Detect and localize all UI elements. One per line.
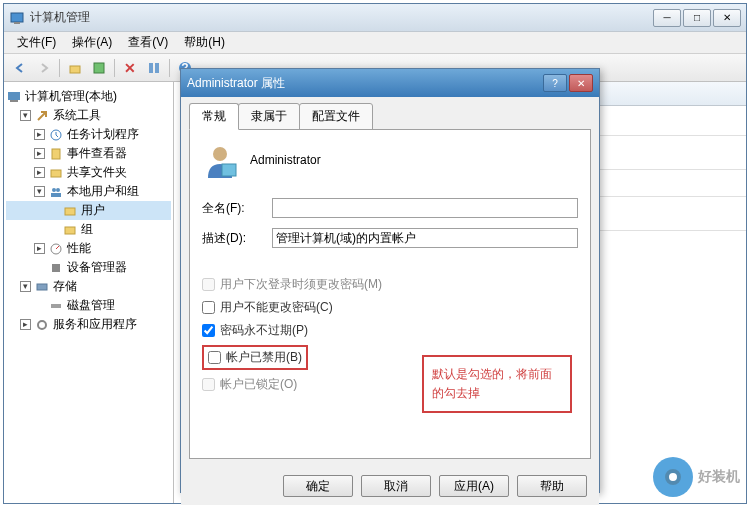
cb-change-next-logon	[202, 278, 215, 291]
annotation-box: 默认是勾选的，将前面的勾去掉	[422, 355, 572, 413]
properties-button[interactable]	[88, 57, 110, 79]
cancel-button[interactable]: 取消	[361, 475, 431, 497]
tab-profile[interactable]: 配置文件	[299, 103, 373, 130]
description-label: 描述(D):	[202, 230, 272, 247]
checkbox-cannot-change[interactable]: 用户不能更改密码(C)	[202, 299, 578, 316]
username-label: Administrator	[250, 153, 321, 167]
user-icon	[202, 142, 238, 178]
back-button[interactable]	[9, 57, 31, 79]
svg-rect-3	[94, 63, 104, 73]
tree-shared-folders[interactable]: ▸ 共享文件夹	[6, 163, 171, 182]
description-input[interactable]	[272, 228, 578, 248]
clock-icon	[48, 127, 64, 143]
svg-rect-9	[10, 100, 18, 102]
maximize-button[interactable]: □	[683, 9, 711, 27]
svg-rect-1	[14, 22, 20, 24]
dialog-help-button[interactable]: ?	[543, 74, 567, 92]
minimize-button[interactable]: ─	[653, 9, 681, 27]
menu-help[interactable]: 帮助(H)	[176, 32, 233, 53]
svg-point-23	[213, 147, 227, 161]
tree-device-manager[interactable]: 设备管理器	[6, 258, 171, 277]
highlight-box: 帐户已禁用(B)	[202, 345, 308, 370]
dialog-tabs: 常规 隶属于 配置文件	[181, 97, 599, 130]
svg-rect-21	[51, 304, 61, 308]
tree-users[interactable]: 用户	[6, 201, 171, 220]
close-button[interactable]: ✕	[713, 9, 741, 27]
watermark-text: 好装机	[698, 468, 740, 486]
fullname-input[interactable]	[272, 198, 578, 218]
tools-icon	[34, 108, 50, 124]
dialog-title: Administrator 属性	[187, 75, 541, 92]
expand-icon[interactable]: ▸	[34, 129, 45, 140]
tree-task-scheduler[interactable]: ▸ 任务计划程序	[6, 125, 171, 144]
checkbox-change-next-logon: 用户下次登录时须更改密码(M)	[202, 276, 578, 293]
services-icon	[34, 317, 50, 333]
menu-view[interactable]: 查看(V)	[120, 32, 176, 53]
tree-performance[interactable]: ▸ 性能	[6, 239, 171, 258]
tab-content-general: Administrator 全名(F): 描述(D): 用户下次登录时须更改密码…	[189, 129, 591, 459]
dialog-close-button[interactable]: ✕	[569, 74, 593, 92]
storage-icon	[34, 279, 50, 295]
svg-rect-19	[52, 264, 60, 272]
svg-rect-11	[52, 149, 60, 159]
svg-rect-20	[37, 284, 47, 290]
expand-icon[interactable]: ▸	[34, 167, 45, 178]
tree-system-tools[interactable]: ▾ 系统工具	[6, 106, 171, 125]
computer-icon	[6, 89, 22, 105]
help-button[interactable]: 帮助	[517, 475, 587, 497]
window-controls: ─ □ ✕	[653, 9, 741, 27]
tree-services[interactable]: ▸ 服务和应用程序	[6, 315, 171, 334]
checkbox-never-expires[interactable]: 密码永不过期(P)	[202, 322, 578, 339]
collapse-icon[interactable]: ▾	[20, 110, 31, 121]
ok-button[interactable]: 确定	[283, 475, 353, 497]
folder-icon	[62, 222, 78, 238]
menubar: 文件(F) 操作(A) 查看(V) 帮助(H)	[4, 32, 746, 54]
cb-cannot-change[interactable]	[202, 301, 215, 314]
menu-file[interactable]: 文件(F)	[9, 32, 64, 53]
refresh-button[interactable]	[143, 57, 165, 79]
app-icon	[9, 10, 25, 26]
collapse-icon[interactable]: ▾	[20, 281, 31, 292]
tab-general[interactable]: 常规	[189, 103, 239, 130]
expand-icon[interactable]: ▸	[34, 243, 45, 254]
up-button[interactable]	[64, 57, 86, 79]
svg-rect-2	[70, 66, 80, 73]
expand-icon[interactable]: ▸	[20, 319, 31, 330]
cb-account-disabled[interactable]	[208, 351, 221, 364]
tree-storage[interactable]: ▾ 存储	[6, 277, 171, 296]
cb-account-locked	[202, 378, 215, 391]
device-icon	[48, 260, 64, 276]
svg-rect-5	[155, 63, 159, 73]
svg-point-14	[56, 188, 60, 192]
tree-local-users[interactable]: ▾ 本地用户和组	[6, 182, 171, 201]
fullname-row: 全名(F):	[202, 198, 578, 218]
svg-rect-12	[51, 170, 61, 177]
expand-icon[interactable]: ▸	[34, 148, 45, 159]
perf-icon	[48, 241, 64, 257]
main-title: 计算机管理	[30, 9, 653, 26]
tree-disk-management[interactable]: 磁盘管理	[6, 296, 171, 315]
dialog-titlebar[interactable]: Administrator 属性 ? ✕	[181, 69, 599, 97]
tab-member-of[interactable]: 隶属于	[238, 103, 300, 130]
user-header: Administrator	[202, 142, 578, 178]
event-icon	[48, 146, 64, 162]
tree-root[interactable]: 计算机管理(本地)	[6, 87, 171, 106]
tree-event-viewer[interactable]: ▸ 事件查看器	[6, 144, 171, 163]
svg-point-13	[52, 188, 56, 192]
svg-rect-15	[51, 193, 61, 197]
tree-groups[interactable]: 组	[6, 220, 171, 239]
apply-button[interactable]: 应用(A)	[439, 475, 509, 497]
folder-icon	[62, 203, 78, 219]
delete-button[interactable]: ✕	[119, 57, 141, 79]
cb-never-expires[interactable]	[202, 324, 215, 337]
collapse-icon[interactable]: ▾	[34, 186, 45, 197]
forward-button[interactable]	[33, 57, 55, 79]
main-titlebar: 计算机管理 ─ □ ✕	[4, 4, 746, 32]
svg-rect-16	[65, 208, 75, 215]
svg-rect-8	[8, 92, 20, 100]
watermark: 好装机	[653, 457, 740, 497]
folder-icon	[48, 165, 64, 181]
tree-panel: 计算机管理(本地) ▾ 系统工具 ▸ 任务计划程序 ▸ 事件查看器 ▸ 共享文件…	[4, 82, 174, 503]
description-row: 描述(D):	[202, 228, 578, 248]
menu-action[interactable]: 操作(A)	[64, 32, 120, 53]
